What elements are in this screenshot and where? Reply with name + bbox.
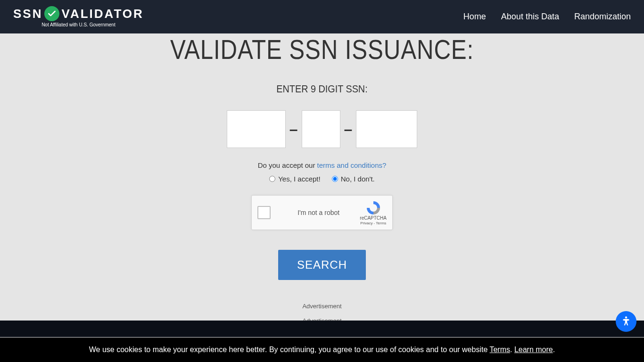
accept-option[interactable]: Yes, I accept! bbox=[269, 175, 321, 183]
reject-option[interactable]: No, I don't. bbox=[332, 175, 375, 183]
accessibility-icon bbox=[620, 315, 632, 328]
logo-text-left: SSN bbox=[13, 7, 42, 21]
page-title: VALIDATE SSN ISSUANCE: bbox=[48, 33, 595, 65]
recaptcha-links: Privacy - Terms bbox=[360, 221, 386, 225]
search-button[interactable]: SEARCH bbox=[278, 250, 366, 280]
nav: Home About this Data Randomization bbox=[463, 12, 631, 22]
ssn-part-1[interactable] bbox=[227, 110, 286, 148]
ssn-input-row: – – bbox=[0, 110, 644, 148]
advertisement-1: Advertisement bbox=[0, 303, 644, 310]
header: SSN VALIDATOR Not Affiliated with U.S. G… bbox=[0, 0, 644, 33]
accept-radio[interactable] bbox=[269, 176, 275, 182]
dash-2: – bbox=[344, 121, 353, 138]
terms-link[interactable]: terms and conditions? bbox=[317, 161, 387, 169]
main: VALIDATE SSN ISSUANCE: ENTER 9 DIGIT SSN… bbox=[0, 33, 644, 324]
logo-wrap: SSN VALIDATOR Not Affiliated with U.S. G… bbox=[13, 6, 144, 27]
nav-about[interactable]: About this Data bbox=[501, 12, 559, 22]
dash-1: – bbox=[289, 121, 298, 138]
nav-randomization[interactable]: Randomization bbox=[574, 12, 631, 22]
recaptcha-icon bbox=[366, 200, 381, 215]
ssn-part-3[interactable] bbox=[356, 110, 417, 148]
footer bbox=[0, 321, 644, 337]
cookie-learn-link[interactable]: Learn more bbox=[514, 346, 553, 354]
ssn-part-2[interactable] bbox=[302, 110, 340, 148]
cookie-terms-link[interactable]: Terms bbox=[489, 346, 510, 354]
terms-prefix: Do you accept our bbox=[258, 161, 317, 169]
accessibility-button[interactable] bbox=[616, 311, 636, 332]
ssn-label: ENTER 9 DIGIT SSN: bbox=[32, 83, 611, 95]
cookie-text: We use cookies to make your experience h… bbox=[89, 346, 490, 354]
cookie-end: . bbox=[553, 346, 555, 354]
recaptcha-brand-text: reCAPTCHA bbox=[360, 215, 387, 221]
recaptcha-label: I'm not a robot bbox=[277, 209, 360, 216]
recaptcha-widget[interactable]: I'm not a robot reCAPTCHA Privacy - Term… bbox=[251, 195, 393, 230]
svg-point-0 bbox=[625, 316, 627, 318]
cookie-sep: . bbox=[510, 346, 514, 354]
reject-radio[interactable] bbox=[332, 176, 338, 182]
cookie-bar: We use cookies to make your experience h… bbox=[0, 337, 644, 362]
check-icon bbox=[44, 6, 59, 21]
logo-subtext: Not Affiliated with U.S. Government bbox=[41, 22, 116, 27]
recaptcha-brand: reCAPTCHA Privacy - Terms bbox=[360, 200, 387, 225]
reject-label: No, I don't. bbox=[341, 175, 375, 183]
nav-home[interactable]: Home bbox=[463, 12, 486, 22]
terms-line: Do you accept our terms and conditions? bbox=[0, 161, 644, 169]
recaptcha-checkbox[interactable] bbox=[257, 206, 271, 219]
logo[interactable]: SSN VALIDATOR bbox=[13, 6, 144, 21]
logo-text-right: VALIDATOR bbox=[61, 7, 143, 21]
terms-radio-row: Yes, I accept! No, I don't. bbox=[0, 175, 644, 183]
accept-label: Yes, I accept! bbox=[278, 175, 321, 183]
